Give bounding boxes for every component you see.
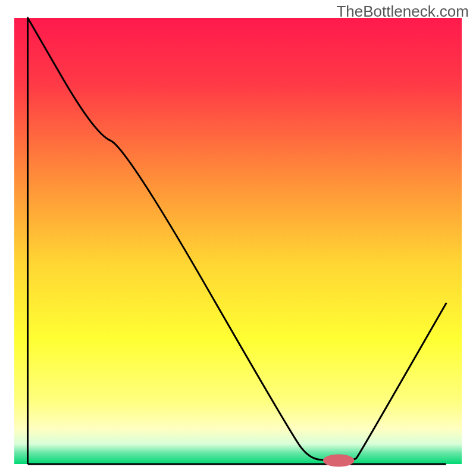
chart-svg xyxy=(0,0,476,476)
optimal-marker xyxy=(323,455,355,467)
watermark-text: TheBottleneck.com xyxy=(336,2,469,21)
bottleneck-chart: TheBottleneck.com xyxy=(0,0,476,476)
gradient-background xyxy=(14,18,462,464)
